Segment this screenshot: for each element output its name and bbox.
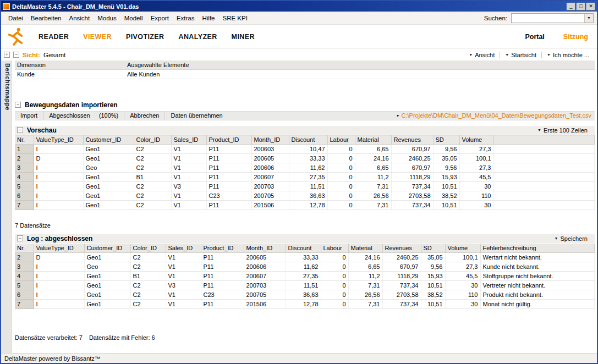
- column-header-discount[interactable]: Discount: [289, 135, 327, 144]
- column-header-sales-id[interactable]: Sales_ID: [171, 135, 206, 144]
- csv-path-action[interactable]: ▼ C:\Projekte\DM\Chair_DM_Menü\04_Daten\…: [396, 112, 595, 119]
- toolbar-item-daten-übernehmen[interactable]: Daten übernehmen: [171, 112, 222, 119]
- column-header-sd[interactable]: SD: [433, 135, 459, 144]
- dimension-row[interactable]: Kunde Alle Kunden: [15, 69, 595, 79]
- column-header-nr[interactable]: Nr.: [15, 135, 34, 144]
- cell: I: [34, 181, 83, 191]
- table-row[interactable]: 2DGeo1C2V1P1120060533,33024,162460,2535,…: [15, 252, 595, 262]
- cell: 10,47: [289, 144, 327, 153]
- column-header-valuetype-id[interactable]: ValueType_ID: [34, 135, 83, 144]
- status-bar: DeltaMaster powered by Bissantz™: [1, 353, 597, 363]
- column-header-material[interactable]: Material: [355, 135, 391, 144]
- table-row[interactable]: 4IGeo1B1V1P1120060727,35011,21118,2915,9…: [15, 172, 595, 181]
- minimize-button[interactable]: _: [567, 3, 575, 10]
- column-header-volume[interactable]: Volume: [445, 244, 480, 252]
- table-row[interactable]: 6IGeo1C2V1C2320070536,63026,562703,5838,…: [15, 290, 595, 299]
- cell: 0: [327, 163, 355, 172]
- column-header-filler: [493, 135, 595, 144]
- table-row[interactable]: 2DGeo1C2V1P1120060533,33024,162460,2535,…: [15, 153, 595, 163]
- collapse-icon[interactable]: −: [15, 102, 21, 108]
- cell: C2: [130, 262, 166, 271]
- import-toolbar: ImportAbgeschlossen(100%)AbbrechenDaten …: [15, 111, 595, 120]
- mode-tab-reader[interactable]: READER: [39, 33, 69, 41]
- table-row[interactable]: 7IGeo1C2V1P1120150612,7807,31737,3410,51…: [15, 200, 595, 209]
- column-header-material[interactable]: Material: [348, 244, 382, 252]
- cell: 670,97: [391, 144, 433, 153]
- cell: 0: [327, 144, 355, 153]
- column-header-color-id[interactable]: Color_ID: [130, 244, 166, 252]
- toolbar-item-import[interactable]: Import: [20, 112, 37, 119]
- menu-item-extras[interactable]: Extras: [173, 13, 199, 23]
- sicht-action-startsicht[interactable]: ▼Startsicht: [500, 52, 541, 58]
- menu-item-hilfe[interactable]: Hilfe: [198, 13, 218, 23]
- sicht-value[interactable]: Gesamt: [43, 52, 65, 58]
- menu-item-export[interactable]: Export: [147, 13, 173, 23]
- table-row[interactable]: 3IGeoC2V1P1120060611,6206,65670,979,5627…: [15, 163, 595, 172]
- column-header-product-id[interactable]: Product_ID: [201, 244, 244, 252]
- column-header-product-id[interactable]: Product_ID: [206, 135, 251, 144]
- cell: 2703,58: [391, 191, 433, 200]
- toolbar-item-100[interactable]: (100%): [99, 112, 118, 119]
- column-header-labour[interactable]: Labour: [327, 135, 355, 144]
- sitzung-link[interactable]: Sitzung: [563, 33, 588, 41]
- portal-link[interactable]: Portal: [525, 33, 544, 41]
- expand-icon[interactable]: +: [4, 52, 10, 58]
- table-row[interactable]: 5IGeo1C2V3P1120070311,5107,31737,3410,51…: [15, 181, 595, 191]
- sicht-action-ansicht[interactable]: ▼Ansicht: [464, 52, 500, 58]
- cell: 737,34: [382, 299, 421, 308]
- preview-title: Vorschau: [27, 126, 57, 134]
- column-header-customer-id[interactable]: Customer_ID: [84, 244, 130, 252]
- cell: 7,31: [355, 200, 391, 209]
- menu-item-bearbeiten[interactable]: Bearbeiten: [27, 13, 65, 23]
- column-header-labour[interactable]: Labour: [321, 244, 348, 252]
- cell: C2: [134, 181, 171, 191]
- collapse-icon[interactable]: −: [17, 127, 23, 133]
- column-header-customer-id[interactable]: Customer_ID: [83, 135, 134, 144]
- close-button[interactable]: ✕: [586, 3, 595, 10]
- table-row[interactable]: 3IGeoC2V1P1120060611,6206,65670,979,5627…: [15, 262, 595, 271]
- table-row[interactable]: 4IGeo1B1V1P1120060727,35011,21118,2915,9…: [15, 271, 595, 280]
- menu-item-sre-kpi[interactable]: SRE KPI: [218, 13, 251, 23]
- search-dropdown-button[interactable]: ▼: [584, 14, 593, 23]
- table-row[interactable]: 6IGeo1C2V1C2320070536,63026,562703,5838,…: [15, 191, 595, 200]
- toolbar-item-abbrechen[interactable]: Abbrechen: [130, 112, 159, 119]
- table-row[interactable]: 1IGeo1C2V1P1120060310,4706,65670,979,562…: [15, 144, 595, 153]
- column-header-volume[interactable]: Volume: [459, 135, 493, 144]
- row-number-cell: 3: [15, 262, 34, 271]
- menu-item-datei[interactable]: Datei: [4, 13, 27, 23]
- cell: 27,3: [445, 262, 480, 271]
- collapse-icon[interactable]: −: [13, 52, 19, 58]
- column-header-discount[interactable]: Discount: [286, 244, 321, 252]
- cell: 35,05: [421, 252, 445, 262]
- mode-tab-analyzer[interactable]: ANALYZER: [179, 33, 217, 41]
- column-header-color-id[interactable]: Color_ID: [134, 135, 171, 144]
- menu-item-modell[interactable]: Modell: [120, 13, 147, 23]
- column-header-sd[interactable]: SD: [421, 244, 445, 252]
- search-input[interactable]: ▼: [511, 13, 594, 23]
- mode-tab-pivotizer[interactable]: PIVOTIZER: [126, 33, 164, 41]
- column-header-nr[interactable]: Nr.: [15, 244, 34, 252]
- column-header-sales-id[interactable]: Sales_ID: [166, 244, 201, 252]
- collapse-icon[interactable]: −: [17, 235, 23, 241]
- mode-tab-miner[interactable]: MINER: [232, 33, 255, 41]
- cell: 1118,29: [382, 271, 421, 280]
- table-row[interactable]: 7IGeo1C2V1P1120150612,7807,31737,3410,51…: [15, 299, 595, 308]
- mode-right-links: Portal Sitzung: [525, 33, 591, 41]
- menu-item-modus[interactable]: Modus: [94, 13, 120, 23]
- window-title: DeltaMaster 5.4.5 - Chair_DM_Menü V01.da…: [12, 3, 139, 10]
- sicht-action-ich-möchte[interactable]: ▼Ich möchte ...: [541, 52, 594, 58]
- column-header-revenues[interactable]: Revenues: [391, 135, 433, 144]
- column-header-month-id[interactable]: Month_ID: [244, 244, 286, 252]
- column-header-revenues[interactable]: Revenues: [382, 244, 421, 252]
- berichtsmappe-tab[interactable]: Berichtsmappe: [1, 60, 12, 353]
- mode-tab-viewer[interactable]: VIEWER: [83, 33, 112, 41]
- table-row[interactable]: 5IGeo1C2V3P1120070311,5107,31737,3410,51…: [15, 280, 595, 290]
- column-header-fehlerbeschreibung[interactable]: Fehlerbeschreibung: [480, 244, 595, 252]
- toolbar-item-abgeschlossen[interactable]: Abgeschlossen: [49, 112, 90, 119]
- erste-100-zeilen-action[interactable]: ▼ Erste 100 Zeilen: [533, 127, 592, 134]
- speichern-action[interactable]: ▼ Speichern: [550, 235, 592, 242]
- menu-item-ansicht[interactable]: Ansicht: [65, 13, 94, 23]
- column-header-month-id[interactable]: Month_ID: [251, 135, 289, 144]
- column-header-valuetype-id[interactable]: ValueType_ID: [34, 244, 84, 252]
- maximize-button[interactable]: □: [577, 3, 585, 10]
